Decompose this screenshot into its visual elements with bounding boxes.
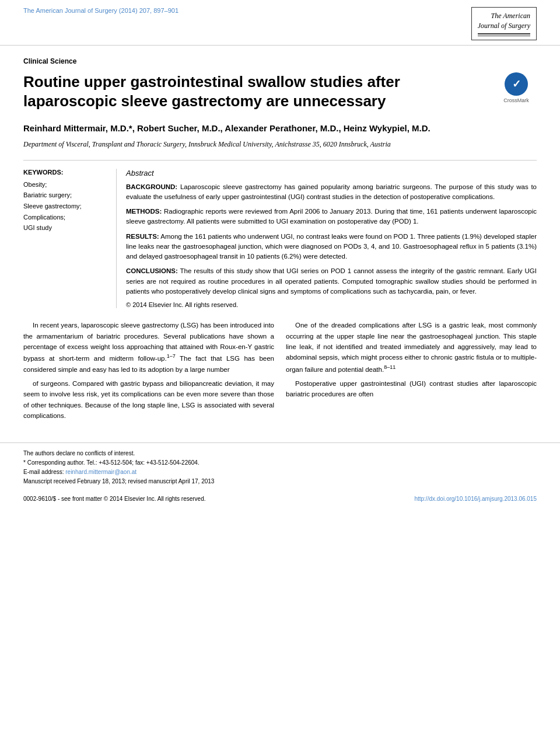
body-left-p2: of surgeons. Compared with gastric bypas… <box>23 378 274 421</box>
crossmark: ✓ CrossMark <box>496 72 537 103</box>
background-text: Laparoscopic sleeve gastrectomy has gain… <box>126 183 537 200</box>
body-columns: In recent years, laparoscopic sleeve gas… <box>23 320 537 421</box>
content-columns: KEYWORDS: Obesity; Bariatric surgery; Sl… <box>23 160 537 309</box>
footer-bottom: 0002-9610/$ - see front matter © 2014 El… <box>0 492 560 507</box>
journal-citation: The American Journal of Surgery (2014) 2… <box>23 7 178 14</box>
logo-decoration <box>478 33 530 36</box>
footer-email-line: E-mail address: reinhard.mittermair@aon.… <box>23 468 537 477</box>
affiliation: Department of Visceral, Transplant and T… <box>23 139 537 149</box>
keyword-4: Complications; <box>23 212 107 223</box>
keyword-3: Sleeve gastrectomy; <box>23 201 107 212</box>
section-label: Clinical Science <box>23 57 537 65</box>
keyword-5: UGI study <box>23 222 107 233</box>
footer-conflicts: The authors declare no conflicts of inte… <box>23 449 537 458</box>
results-label: RESULTS: <box>126 233 159 240</box>
main-content: Clinical Science Routine upper gastroint… <box>0 46 560 433</box>
abstract-column: Abstract BACKGROUND: Laparoscopic sleeve… <box>117 169 537 309</box>
footer-issn: 0002-9610/$ - see front matter © 2014 El… <box>23 496 206 502</box>
journal-name-line1: The American <box>478 11 530 21</box>
abstract-results: RESULTS: Among the 161 patients who unde… <box>126 232 537 262</box>
abstract-conclusions: CONCLUSIONS: The results of this study s… <box>126 266 537 297</box>
methods-label: METHODS: <box>126 208 162 215</box>
footer-doi-link[interactable]: http://dx.doi.org/10.1016/j.amjsurg.2013… <box>414 496 537 502</box>
article-title: Routine upper gastrointestinal swallow s… <box>23 72 496 112</box>
footer-corresponding: * Corresponding author. Tel.: +43-512-50… <box>23 458 537 468</box>
footer-email-label: E-mail address: <box>23 469 65 475</box>
authors: Reinhard Mittermair, M.D.*, Robert Suche… <box>23 122 537 135</box>
methods-text: Radiographic reports were reviewed from … <box>126 208 537 225</box>
background-label: BACKGROUND: <box>126 183 177 190</box>
footer-notes: The authors declare no conflicts of inte… <box>23 449 537 486</box>
footer-doi: http://dx.doi.org/10.1016/j.amjsurg.2013… <box>414 496 537 502</box>
footer-email[interactable]: reinhard.mittermair@aon.at <box>65 469 136 475</box>
body-right-p1-text: One of the dreaded complications after L… <box>286 322 537 372</box>
body-right-p2: Postoperative upper gastrointestinal (UG… <box>286 378 537 400</box>
results-text: Among the 161 patients who underwent UGI… <box>126 233 537 260</box>
body-left-p1: In recent years, laparoscopic sleeve gas… <box>23 320 274 375</box>
copyright: © 2014 Elsevier Inc. All rights reserved… <box>126 301 537 308</box>
keywords-list: Obesity; Bariatric surgery; Sleeve gastr… <box>23 179 107 233</box>
keywords-column: KEYWORDS: Obesity; Bariatric surgery; Sl… <box>23 169 117 309</box>
authors-text: Reinhard Mittermair, M.D.*, Robert Suche… <box>23 123 430 133</box>
footer-manuscript: Manuscript received February 18, 2013; r… <box>23 477 537 486</box>
abstract-methods: METHODS: Radiographic reports were revie… <box>126 207 537 227</box>
page-footer: The authors declare no conflicts of inte… <box>0 442 560 492</box>
conclusions-label: CONCLUSIONS: <box>126 267 178 274</box>
journal-name-line2: Journal of Surgery <box>478 21 530 31</box>
body-left-column: In recent years, laparoscopic sleeve gas… <box>23 320 274 421</box>
body-right-column: One of the dreaded complications after L… <box>286 320 537 421</box>
crossmark-badge: ✓ <box>505 72 528 96</box>
crossmark-label: CrossMark <box>503 97 529 103</box>
keyword-1: Obesity; <box>23 179 107 190</box>
ref-1-7: 1–7 <box>167 353 176 359</box>
abstract-background: BACKGROUND: Laparoscopic sleeve gastrect… <box>126 182 537 203</box>
conclusions-text: The results of this study show that UGI … <box>126 267 537 295</box>
body-right-p1: One of the dreaded complications after L… <box>286 320 537 375</box>
journal-logo: The American Journal of Surgery <box>471 7 537 40</box>
keyword-2: Bariatric surgery; <box>23 190 107 201</box>
abstract-title: Abstract <box>126 169 537 177</box>
ref-8-11: 8–11 <box>384 364 396 370</box>
article-title-row: Routine upper gastrointestinal swallow s… <box>23 72 537 112</box>
keywords-title: KEYWORDS: <box>23 169 107 176</box>
top-header: The American Journal of Surgery (2014) 2… <box>0 0 560 46</box>
page: The American Journal of Surgery (2014) 2… <box>0 0 560 753</box>
